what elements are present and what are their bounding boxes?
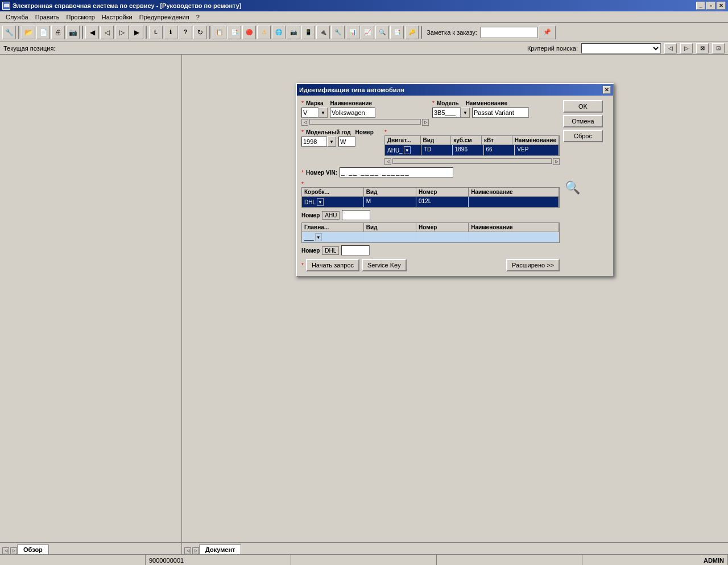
app-icon: 📖	[2, 2, 10, 10]
main-cell-code: ___ ▼	[302, 232, 364, 242]
toolbar-btn-b11[interactable]: 📈	[361, 26, 374, 39]
menu-item-service[interactable]: Служба	[2, 13, 32, 22]
tab-document[interactable]: Документ	[199, 545, 241, 554]
right-tab-prev[interactable]: ◁	[184, 547, 191, 554]
brand-input[interactable]	[301, 108, 318, 118]
menu-item-warnings[interactable]: Предупреждения	[136, 13, 193, 22]
reset-button[interactable]: Сброс	[563, 130, 603, 142]
number-ahu-input[interactable]	[342, 210, 370, 220]
gearbox-cell-type: M	[364, 197, 416, 207]
search-prev-btn[interactable]: ◁	[664, 43, 677, 53]
toolbar-btn-b6[interactable]: 📷	[287, 26, 300, 39]
year-number-input[interactable]	[338, 137, 355, 147]
left-tab-prev[interactable]: ◁	[2, 547, 9, 554]
vin-input[interactable]	[340, 167, 453, 178]
left-tab-bar: ◁ ▷ Обзор	[0, 543, 182, 554]
toolbar-btn-open[interactable]: 📂	[22, 26, 35, 39]
model-dropdown-arrow[interactable]: ▼	[461, 108, 470, 118]
engine-grid-row[interactable]: AHU_ ▼ TD 1896 66 VEP	[385, 145, 559, 155]
magnifier-icon[interactable]: 🔍	[563, 179, 581, 197]
toolbar-sep-1	[18, 26, 19, 39]
toolbar-btn-service[interactable]: 🔧	[2, 26, 16, 39]
start-query-button[interactable]: Начать запрос	[306, 259, 359, 271]
brand-scroll-right[interactable]: ▷	[422, 119, 429, 126]
toolbar-btn-forward[interactable]: ▷	[115, 26, 129, 39]
brand-dropdown-arrow[interactable]: ▼	[318, 108, 328, 118]
gearbox-cell-number: 012L	[416, 197, 469, 207]
brand-scroll-left[interactable]: ◁	[301, 119, 308, 126]
gearbox-grid-row[interactable]: DHL ▼ M 012L	[302, 197, 559, 207]
year-engine-row: * Модельный год Номер ▼	[301, 129, 560, 165]
toolbar-btn-b4[interactable]: ⚠	[257, 26, 271, 39]
engine-scroll-left[interactable]: ◁	[384, 158, 391, 165]
model-label: Модель	[437, 100, 459, 106]
engine-cell-arrow[interactable]: ▼	[404, 146, 411, 154]
toolbar-btn-b8[interactable]: 🔌	[316, 26, 330, 39]
menu-item-view[interactable]: Просмотр	[63, 13, 98, 22]
cancel-button[interactable]: Отмена	[563, 115, 603, 127]
engine-col-kw: кВт	[482, 136, 512, 145]
brand-name-label: Наименование	[330, 100, 372, 106]
toolbar-btn-b12[interactable]: 🔍	[375, 26, 389, 39]
left-scroll-tabs: ◁ ▷	[0, 547, 17, 554]
toolbar-btn-b5[interactable]: 🌐	[272, 26, 286, 39]
service-key-button[interactable]: Service Key	[362, 259, 407, 271]
search-next-btn[interactable]: ▷	[680, 43, 693, 53]
toolbar-btn-refresh[interactable]: ↻	[193, 26, 207, 39]
brand-scrollbar[interactable]	[309, 119, 421, 125]
modal-close-button[interactable]: ✕	[603, 86, 611, 94]
toolbar-btn-new[interactable]: 📄	[36, 26, 50, 39]
toolbar-sep-3	[146, 26, 147, 39]
menu-item-edit[interactable]: Править	[32, 13, 63, 22]
search-btn-4[interactable]: ⊡	[712, 43, 725, 53]
menu-item-settings[interactable]: Настройки	[98, 13, 136, 22]
search-btn-3[interactable]: ⊠	[696, 43, 709, 53]
number-ahu-row: Номер AHU	[301, 210, 560, 220]
toolbar-btn-b7[interactable]: 📱	[301, 26, 315, 39]
minimize-button[interactable]: _	[696, 2, 705, 10]
note-button[interactable]: 📌	[539, 26, 556, 39]
toolbar-btn-back[interactable]: ◁	[100, 26, 114, 39]
year-dropdown-arrow[interactable]: ▼	[327, 137, 336, 147]
search-criteria-select[interactable]	[581, 43, 661, 53]
toolbar-btn-b9[interactable]: 🔧	[331, 26, 345, 39]
toolbar-btn-b14[interactable]: 🔑	[405, 26, 419, 39]
modal-title: Идентификация типа автомобиля	[299, 86, 404, 93]
left-tab-next[interactable]: ▷	[10, 547, 17, 554]
extended-button[interactable]: Расширено >>	[506, 259, 560, 271]
tab-overview[interactable]: Обзор	[17, 545, 49, 554]
toolbar-btn-prev[interactable]: ◀	[85, 26, 99, 39]
toolbar-btn-b10[interactable]: 📊	[346, 26, 359, 39]
toolbar-btn-b1[interactable]: 📋	[213, 26, 226, 39]
toolbar-btn-camera[interactable]: 📷	[66, 26, 80, 39]
main-col-name: Наименование	[469, 223, 559, 232]
toolbar-btn-help[interactable]: ?	[179, 26, 192, 39]
right-scroll-tabs: ◁ ▷	[182, 547, 199, 554]
brand-model-row: * Марка Наименование ▼	[301, 100, 560, 126]
restore-button[interactable]: ▫	[706, 2, 715, 10]
number-dhl-input[interactable]	[341, 245, 370, 255]
note-input[interactable]	[481, 27, 537, 38]
toolbar-btn-info[interactable]: ℹ	[164, 26, 177, 39]
menu-item-help[interactable]: ?	[193, 13, 203, 22]
engine-scrollbar[interactable]	[392, 158, 552, 164]
toolbar-btn-next[interactable]: ▶	[130, 26, 143, 39]
model-name-input[interactable]	[472, 108, 529, 118]
toolbar-btn-b3[interactable]: 🔴	[242, 26, 256, 39]
right-tab-next[interactable]: ▷	[192, 547, 199, 554]
brand-name-input[interactable]	[330, 108, 375, 118]
toolbar-btn-b2[interactable]: 📑	[228, 26, 241, 39]
model-input[interactable]	[432, 108, 461, 118]
toolbar-btn-print[interactable]: 🖨	[51, 26, 65, 39]
main-grid-row[interactable]: ___ ▼	[302, 232, 559, 242]
year-input[interactable]	[301, 137, 327, 147]
main-section: Главна... Вид Номер Наименование ___	[301, 222, 560, 243]
engine-scroll-right[interactable]: ▷	[553, 158, 560, 165]
gearbox-cell-arrow[interactable]: ▼	[317, 198, 324, 206]
main-cell-arrow[interactable]: ▼	[315, 233, 322, 241]
toolbar-btn-b13[interactable]: 📑	[390, 26, 404, 39]
toolbar-btn-text[interactable]: t.	[149, 26, 163, 39]
ok-button[interactable]: OK	[563, 100, 603, 113]
close-button[interactable]: ✕	[717, 2, 726, 10]
title-bar: 📖 Электронная справочная система по серв…	[0, 0, 728, 11]
